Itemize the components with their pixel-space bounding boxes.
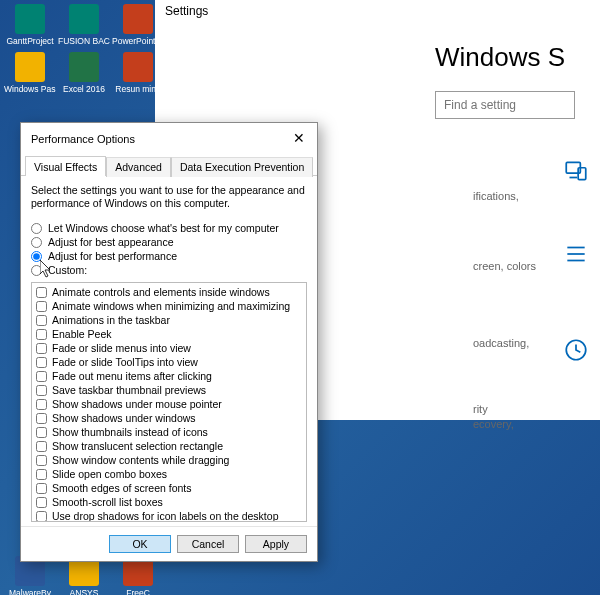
effect-checkbox-row[interactable]: Fade or slide menus into view	[36, 341, 302, 355]
app-icon	[123, 52, 153, 82]
desktop-icon-label: GanttProject	[6, 36, 53, 46]
radio-group: Let Windows choose what's best for my co…	[31, 220, 307, 278]
effect-label: Enable Peek	[52, 327, 112, 341]
app-icon	[15, 52, 45, 82]
effect-checkbox-row[interactable]: Fade out menu items after clicking	[36, 369, 302, 383]
effect-label: Smooth edges of screen fonts	[52, 481, 192, 495]
settings-heading: Windows S	[435, 42, 600, 73]
desktop-icon-label: Resun mine	[115, 84, 160, 94]
effect-checkbox-row[interactable]: Show shadows under mouse pointer	[36, 397, 302, 411]
dialog-title: Performance Options	[31, 133, 135, 145]
tab-visual-effects[interactable]: Visual Effects	[25, 156, 106, 176]
desktop-icon-label: Windows Password K...	[4, 84, 56, 94]
effect-checkbox-row[interactable]: Show translucent selection rectangle	[36, 439, 302, 453]
desktop-icon[interactable]: FUSION BACKUPS	[58, 2, 110, 48]
effect-checkbox-row[interactable]: Slide open combo boxes	[36, 467, 302, 481]
settings-search-input[interactable]	[435, 91, 575, 119]
desktop-icon[interactable]: Windows Password K...	[4, 50, 56, 96]
effect-checkbox[interactable]	[36, 343, 47, 354]
effect-checkbox-row[interactable]: Animations in the taskbar	[36, 313, 302, 327]
effect-checkbox[interactable]	[36, 315, 47, 326]
radio-input[interactable]	[31, 265, 42, 276]
desktop-icons-top: GanttProjectFUSION BACKUPSPowerPoint 201…	[0, 0, 160, 98]
radio-input[interactable]	[31, 237, 42, 248]
effect-checkbox[interactable]	[36, 455, 47, 466]
settings-item-fragment: ifications,	[473, 190, 519, 202]
effect-checkbox-row[interactable]: Animate windows when minimizing and maxi…	[36, 299, 302, 313]
effect-label: Show shadows under windows	[52, 411, 196, 425]
radio-label: Adjust for best appearance	[48, 236, 174, 248]
dialog-tabs: Visual EffectsAdvancedData Execution Pre…	[21, 155, 317, 176]
effect-label: Show window contents while dragging	[52, 453, 229, 467]
dialog-close-button[interactable]: ✕	[289, 129, 309, 149]
radio-option[interactable]: Adjust for best performance	[31, 250, 307, 262]
effect-label: Smooth-scroll list boxes	[52, 495, 163, 509]
effect-checkbox-row[interactable]: Show shadows under windows	[36, 411, 302, 425]
effect-label: Fade or slide menus into view	[52, 341, 191, 355]
effect-checkbox[interactable]	[36, 329, 47, 340]
effect-checkbox[interactable]	[36, 469, 47, 480]
effect-label: Fade out menu items after clicking	[52, 369, 212, 383]
effect-checkbox-row[interactable]: Smooth edges of screen fonts	[36, 481, 302, 495]
tab-advanced[interactable]: Advanced	[106, 157, 171, 177]
effect-checkbox[interactable]	[36, 301, 47, 312]
effect-label: Use drop shadows for icon labels on the …	[52, 509, 278, 522]
effect-label: Save taskbar thumbnail previews	[52, 383, 206, 397]
app-icon	[69, 4, 99, 34]
desktop-icon-label: MalwareBy	[9, 588, 51, 595]
desktop-icon-label: Excel 2016	[63, 84, 105, 94]
effect-checkbox[interactable]	[36, 427, 47, 438]
effect-checkbox-row[interactable]: Use drop shadows for icon labels on the …	[36, 509, 302, 522]
effect-label: Show thumbnails instead of icons	[52, 425, 208, 439]
radio-label: Adjust for best performance	[48, 250, 177, 262]
effect-checkbox-row[interactable]: Smooth-scroll list boxes	[36, 495, 302, 509]
effect-label: Slide open combo boxes	[52, 467, 167, 481]
effect-checkbox[interactable]	[36, 511, 47, 522]
effects-checklist[interactable]: Animate controls and elements inside win…	[31, 282, 307, 522]
devices-icon	[563, 158, 589, 184]
effect-checkbox[interactable]	[36, 497, 47, 508]
dialog-intro: Select the settings you want to use for …	[31, 184, 307, 210]
effect-checkbox[interactable]	[36, 357, 47, 368]
effect-checkbox-row[interactable]: Save taskbar thumbnail previews	[36, 383, 302, 397]
ok-button[interactable]: OK	[109, 535, 171, 553]
desktop-icon-label: ANSYS	[70, 588, 99, 595]
effect-checkbox-row[interactable]: Show thumbnails instead of icons	[36, 425, 302, 439]
ease-icon	[563, 337, 589, 363]
apply-button[interactable]: Apply	[245, 535, 307, 553]
desktop-icon[interactable]: GanttProject	[4, 2, 56, 48]
effect-label: Animations in the taskbar	[52, 313, 170, 327]
tab-data-execution-prevention[interactable]: Data Execution Prevention	[171, 157, 313, 177]
radio-label: Let Windows choose what's best for my co…	[48, 222, 279, 234]
effect-checkbox[interactable]	[36, 385, 47, 396]
settings-category[interactable]: Apps Uninstall, defaults, optional featu…	[563, 241, 600, 309]
radio-option[interactable]: Adjust for best appearance	[31, 236, 307, 248]
radio-option[interactable]: Let Windows choose what's best for my co…	[31, 222, 307, 234]
effect-checkbox[interactable]	[36, 413, 47, 424]
radio-option[interactable]: Custom:	[31, 264, 307, 276]
desktop-icon-label: FUSION BACKUPS	[58, 36, 110, 46]
apps-icon	[563, 241, 589, 267]
radio-input[interactable]	[31, 251, 42, 262]
radio-input[interactable]	[31, 223, 42, 234]
desktop-icon[interactable]: Excel 2016	[58, 50, 110, 96]
effect-label: Animate windows when minimizing and maxi…	[52, 299, 290, 313]
effect-checkbox[interactable]	[36, 287, 47, 298]
app-icon	[69, 52, 99, 82]
effect-checkbox-row[interactable]: Animate controls and elements inside win…	[36, 285, 302, 299]
settings-item-fragment: creen, colors	[473, 260, 536, 272]
settings-category[interactable]: Devices Bluetooth, printers, mouse	[563, 158, 600, 213]
settings-category[interactable]: Ease of Access Narrator, magnifier, high…	[563, 337, 600, 437]
effect-checkbox-row[interactable]: Enable Peek	[36, 327, 302, 341]
effect-checkbox[interactable]	[36, 483, 47, 494]
effect-checkbox[interactable]	[36, 441, 47, 452]
settings-window-title: Settings	[155, 0, 600, 22]
cancel-button[interactable]: Cancel	[177, 535, 239, 553]
effect-checkbox-row[interactable]: Fade or slide ToolTips into view	[36, 355, 302, 369]
app-icon	[15, 4, 45, 34]
effect-checkbox-row[interactable]: Show window contents while dragging	[36, 453, 302, 467]
effect-checkbox[interactable]	[36, 371, 47, 382]
effect-checkbox[interactable]	[36, 399, 47, 410]
radio-label: Custom:	[48, 264, 87, 276]
desktop-icon-label: FreeC	[126, 588, 150, 595]
